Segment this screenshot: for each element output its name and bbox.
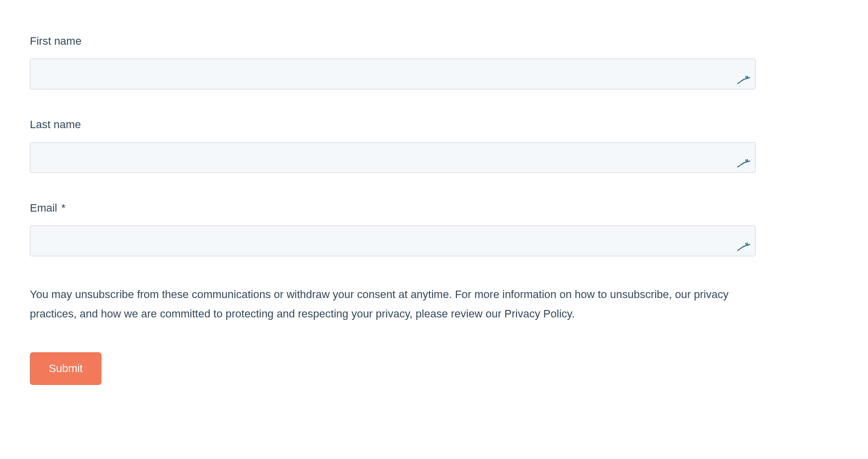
last-name-label-text: Last name (30, 118, 81, 131)
submit-button[interactable]: Submit (30, 352, 101, 385)
email-group: Email * (30, 202, 756, 256)
form-container: First name Last name Email * (30, 35, 756, 385)
email-input[interactable] (30, 226, 756, 256)
first-name-group: First name (30, 35, 756, 89)
first-name-input-wrapper (30, 59, 756, 89)
email-input-wrapper (30, 226, 756, 256)
email-label-text: Email (30, 202, 57, 214)
first-name-label-text: First name (30, 35, 82, 47)
email-label: Email * (30, 202, 756, 215)
privacy-policy-text: You may unsubscribe from these communica… (30, 285, 756, 323)
required-marker: * (61, 202, 66, 214)
first-name-input[interactable] (30, 59, 756, 89)
last-name-input[interactable] (30, 142, 756, 173)
last-name-input-wrapper (30, 142, 756, 173)
last-name-group: Last name (30, 118, 756, 173)
last-name-label: Last name (30, 118, 756, 131)
first-name-label: First name (30, 35, 756, 48)
